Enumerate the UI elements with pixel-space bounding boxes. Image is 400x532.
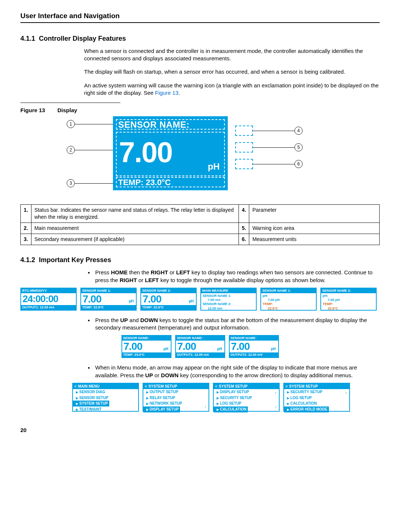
b3b: key (corresponding to the arrow directio…: [179, 372, 353, 378]
figure-caption: Figure 13 Display: [20, 107, 380, 114]
legend-3-text: Secondary measurement (if applicable): [31, 234, 239, 245]
s411-p3a: An active system warning will cause the …: [84, 82, 379, 96]
side-box-6: [235, 159, 253, 169]
display-main-value: 7.00: [119, 138, 172, 167]
figure-title: Display: [57, 107, 77, 113]
mini-display: SENSOR NAME:7.00pHOUTPUT1: 12.00 mA: [175, 335, 225, 358]
key-right: RIGHT: [151, 269, 168, 275]
mini-lines: pH:7.00 pHTEMP:22.9°C: [261, 293, 316, 311]
callout-2: 2: [67, 146, 75, 154]
side-box-5: [235, 142, 253, 153]
legend-4-text: Parameter: [249, 205, 380, 223]
legend-5-text: Warning icon area: [249, 223, 380, 234]
section-412-title: Important Key Presses: [39, 256, 111, 264]
section-411: 4.1.1 Controller Display Features: [20, 34, 380, 43]
menu-header: SYSTEM SETUP: [284, 384, 349, 389]
menu-item: LOG SETUP: [284, 395, 349, 401]
mini-display: SENSOR NAME 2:7.00pHTEMP: 22.9°C: [140, 288, 197, 311]
callout-5: 5: [294, 143, 303, 151]
mini-botbar: TEMP: 22.9°C: [141, 305, 196, 310]
mini-topbar: SENSOR NAME 2:: [141, 288, 196, 293]
key-up: UP: [120, 317, 128, 323]
mini-topbar: RTC:MM/DD/YY: [21, 288, 76, 293]
menu-header: SYSTEM SETUP: [214, 384, 279, 389]
mini-display: SENSOR NAME 2:pH:7.00 pHTEMP:22.9°C: [320, 288, 377, 311]
menu-item-selected: ERROR HOLD MODE: [284, 406, 329, 412]
menu-item: SECURITY SETUP: [284, 389, 349, 395]
section-411-num: 4.1.1: [20, 35, 35, 42]
callout-3: 3: [67, 179, 75, 187]
callout-3-line: [75, 183, 113, 184]
b2b: and: [128, 317, 140, 323]
figure-label: Figure 13: [20, 107, 45, 113]
display-unit: pH: [208, 161, 220, 173]
menu-item: RELAY SETUP: [143, 395, 209, 401]
menu-header: MAIN MENU: [73, 384, 138, 389]
section-412-num: 4.1.2: [20, 256, 35, 264]
callout-1: 1: [67, 120, 75, 128]
mini-unit: pH: [129, 299, 134, 304]
callout-2-line: [75, 150, 113, 150]
display-secondary: TEMP: 23.0°C: [116, 177, 225, 187]
callout-4: 4: [294, 127, 303, 135]
legend-6-num: 6.: [239, 234, 249, 245]
callout-5-line: [253, 147, 294, 148]
key-home: HOME: [111, 269, 128, 275]
s411-p3: An active system warning will cause the …: [84, 82, 380, 97]
mini-topbar: SENSOR NAME:: [122, 336, 171, 341]
callout-1-line: [75, 124, 113, 124]
key-right-2: RIGHT: [120, 277, 137, 283]
figure-13-link[interactable]: Figure 13: [155, 90, 179, 96]
display-main-area: 7.00 pH: [116, 132, 225, 176]
s411-p1: When a sensor is connected and the contr…: [84, 47, 380, 63]
menu-item: SECURITY SETUP: [214, 395, 279, 401]
callout-4-line: [253, 131, 294, 131]
legend-1-num: 1.: [21, 205, 31, 223]
menu-item: CALCULATION: [284, 401, 349, 406]
menu-item: DISPLAY SETUP: [214, 389, 279, 395]
legend-2-text: Main measurement: [31, 223, 239, 234]
title-rule: [20, 22, 380, 23]
menu-item-selected: CALCULATION: [214, 406, 248, 412]
mini-botbar: TEMP: 22.9°C: [81, 305, 136, 310]
key-left: LEFT: [176, 269, 190, 275]
key-left-2: LEFT: [145, 277, 159, 283]
menu-display: SYSTEM SETUPOUTPUT SETUPRELAY SETUPNETWO…: [143, 383, 209, 412]
b1c2: or: [137, 277, 145, 283]
section-412: 4.1.2 Important Key Presses: [20, 255, 380, 264]
mini-topbar: SENSOR NAME 1:: [81, 288, 136, 293]
mini-topbar: SENSOR NAME:: [230, 336, 278, 341]
callout-6: 6: [294, 160, 303, 168]
menu-item: SENSOR DIAG: [73, 389, 138, 395]
key-down: DOWN: [140, 317, 158, 323]
arrow-up-icon: ↑: [275, 390, 277, 396]
mini-displays-row-1: RTC:MM/DD/YY24:00:00OUTPUT1: 12.00 mASEN…: [20, 288, 380, 311]
menu-display: SYSTEM SETUPSECURITY SETUPLOG SETUPCALCU…: [283, 383, 350, 412]
menu-display: SYSTEM SETUPDISPLAY SETUPSECURITY SETUPL…: [213, 383, 280, 412]
mini-botbar: OUTPUT2: 12.00 mV: [230, 352, 278, 357]
mini-unit: pH: [189, 299, 194, 304]
mini-display: MAIN MEASURESENSOR NAME 1:7.00 mASENSOR …: [200, 288, 257, 311]
menu-item: SENSOR SETUP: [73, 395, 138, 401]
b3or: or: [153, 372, 161, 378]
menu-item: NETWORK SETUP: [143, 401, 209, 406]
mini-botbar: TEMP: 23.0°C: [122, 352, 171, 357]
menu-header: SYSTEM SETUP: [143, 384, 209, 389]
mini-unit: pH: [271, 347, 276, 352]
mini-botbar: OUTPUT1: 12.00 mA: [21, 305, 76, 310]
bullet-2: Press the UP and DOWN keys to toggle the…: [84, 317, 380, 332]
arrow-up-icon: ↑: [345, 390, 347, 396]
mini-display: SENSOR NAME:7.00pHOUTPUT2: 12.00 mV: [229, 335, 279, 358]
figure-13-legend: 1. Status bar. Indicates the sensor name…: [20, 204, 380, 245]
menu-item: LOG SETUP: [214, 401, 279, 406]
key-down-2: DOWN: [161, 372, 179, 378]
mini-topbar: SENSOR NAME 1:: [261, 288, 316, 293]
mini-topbar: MAIN MEASURE: [201, 288, 256, 293]
legend-3-num: 3.: [21, 234, 31, 245]
display-status-bar: SENSOR NAME:: [116, 119, 225, 130]
page-title: User Interface and Navigation: [20, 11, 380, 21]
callout-6-line: [253, 164, 294, 164]
menu-item-selected: DISPLAY SETUP: [143, 406, 180, 412]
menu-displays-row: MAIN MENUSENSOR DIAGSENSOR SETUPSYSTEM S…: [72, 383, 380, 412]
menu-display: MAIN MENUSENSOR DIAGSENSOR SETUPSYSTEM S…: [72, 383, 139, 412]
